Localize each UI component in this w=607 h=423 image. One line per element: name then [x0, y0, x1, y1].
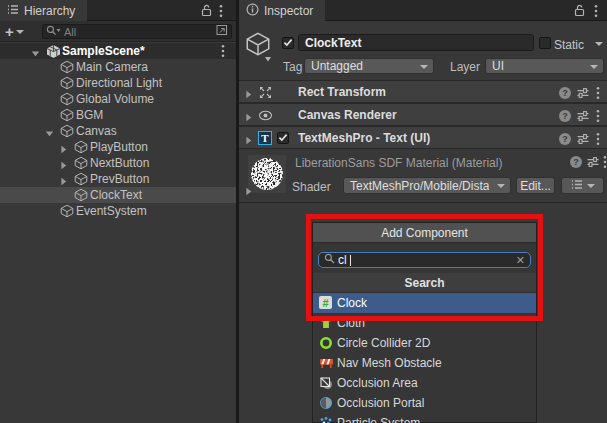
preset-icon[interactable] [586, 155, 600, 169]
component-result-nav-mesh-obstacle[interactable]: Nav Mesh Obstacle [313, 353, 536, 373]
foldout-icon[interactable] [244, 134, 253, 143]
hierarchy-item-playbutton[interactable]: PlayButton [0, 139, 236, 155]
list-icon [571, 179, 583, 193]
svg-text:?: ? [562, 134, 568, 144]
component-result-clock[interactable]: #Clock [313, 293, 536, 313]
item-label: Canvas [76, 124, 117, 138]
component-menu-icon[interactable] [596, 132, 607, 146]
circle-collider-icon [319, 336, 333, 350]
item-label: PlayButton [90, 140, 148, 154]
material-menu-icon[interactable] [603, 155, 607, 169]
gameobject-cube-icon [74, 188, 89, 202]
component-title: Rect Transform [298, 85, 386, 99]
hierarchy-item-bgm[interactable]: BGM [0, 107, 236, 123]
foldout-closed-icon[interactable] [59, 175, 68, 184]
hierarchy-item-eventsystem[interactable]: EventSystem [0, 203, 236, 219]
help-icon[interactable]: ? [558, 132, 572, 146]
hierarchy-toolbar: + All [0, 21, 236, 42]
help-icon[interactable]: ? [569, 155, 583, 169]
preset-icon[interactable] [576, 86, 590, 100]
hierarchy-lock-icon[interactable] [201, 4, 212, 20]
tab-inspector[interactable]: Inspector [239, 0, 325, 21]
item-label: Main Camera [76, 60, 148, 74]
foldout-open-icon[interactable] [45, 127, 54, 136]
layer-value: UI [492, 59, 504, 73]
component-title: Canvas Renderer [298, 108, 397, 122]
clear-search-icon[interactable]: ✕ [516, 254, 525, 267]
component-enabled-checkbox[interactable] [277, 132, 289, 144]
help-icon[interactable]: ? [558, 86, 572, 100]
hierarchy-tab-label: Hierarchy [24, 4, 75, 18]
static-label: Static [554, 38, 584, 52]
component-menu-icon[interactable] [596, 86, 607, 100]
component-result-particle-system[interactable]: Particle System [313, 413, 536, 423]
foldout-icon[interactable] [244, 111, 253, 120]
component-result-circle-collider-2d[interactable]: Circle Collider 2D [313, 333, 536, 353]
hierarchy-item-main-camera[interactable]: Main Camera [0, 59, 236, 75]
shader-dropdown[interactable]: TextMeshPro/Mobile/Dista [343, 177, 511, 194]
foldout-closed-icon[interactable] [59, 143, 68, 152]
result-label: Occlusion Portal [337, 396, 424, 410]
component-rect-transform[interactable]: Rect Transform ? [239, 80, 607, 103]
create-object-button[interactable]: + [5, 22, 24, 41]
hierarchy-search-input[interactable]: All [42, 24, 232, 39]
gameobject-icon-caret[interactable] [264, 52, 272, 66]
foldout-icon[interactable] [244, 88, 253, 97]
hierarchy-item-nextbutton[interactable]: NextButton [0, 155, 236, 171]
occlusion-portal-icon [319, 396, 333, 410]
active-checkbox[interactable] [282, 37, 294, 49]
result-label: Particle System [337, 416, 420, 423]
item-label: Directional Light [76, 76, 162, 90]
add-component-button[interactable]: Add Component [313, 223, 536, 243]
shader-edit-button[interactable]: Edit... [516, 177, 555, 194]
preset-icon[interactable] [576, 132, 590, 146]
window-icon[interactable] [216, 24, 228, 39]
foldout-closed-icon[interactable] [59, 159, 68, 168]
hierarchy-item-clocktext[interactable]: ClockText [0, 187, 236, 203]
static-caret-icon[interactable] [595, 42, 603, 46]
result-label: Occlusion Area [337, 376, 418, 390]
hierarchy-item-samplescene-[interactable]: SampleScene* [0, 43, 236, 59]
layer-dropdown[interactable]: UI [485, 58, 604, 74]
hierarchy-tree: SampleScene*Main CameraDirectional Light… [0, 43, 236, 423]
hierarchy-item-canvas[interactable]: Canvas [0, 123, 236, 139]
search-section-header: Search [313, 273, 536, 293]
component-canvas-renderer[interactable]: Canvas Renderer ? [239, 103, 607, 126]
inspector-menu-icon[interactable] [594, 4, 598, 21]
material-preview[interactable] [248, 155, 286, 196]
static-checkbox[interactable] [539, 37, 551, 49]
gameobject-cube-icon [60, 108, 75, 122]
tag-value: Untagged [311, 59, 363, 73]
component-menu-icon[interactable] [596, 109, 607, 123]
edit-label: Edit... [520, 179, 551, 193]
component-result-occlusion-portal[interactable]: Occlusion Portal [313, 393, 536, 413]
tag-label: Tag [283, 60, 302, 74]
hierarchy-item-prevbutton[interactable]: PrevButton [0, 171, 236, 187]
component-result-cloth[interactable]: Cloth [313, 313, 536, 333]
inspector-lock-icon[interactable] [574, 4, 585, 20]
search-icon [46, 25, 61, 39]
shader-list-dropdown[interactable] [561, 177, 604, 194]
component-search-input[interactable]: cl ✕ [318, 252, 531, 268]
hierarchy-item-global-volume[interactable]: Global Volume [0, 91, 236, 107]
canvas-renderer-icon [258, 108, 273, 123]
material-foldout-icon[interactable] [244, 185, 253, 194]
help-icon[interactable]: ? [558, 109, 572, 123]
layer-label: Layer [450, 60, 480, 74]
hierarchy-item-directional-light[interactable]: Directional Light [0, 75, 236, 91]
text-cursor [350, 255, 351, 266]
check-icon [278, 131, 288, 145]
preset-icon[interactable] [576, 109, 590, 123]
hierarchy-menu-icon[interactable] [219, 4, 223, 21]
material-section: LiberationSans SDF Material (Material) ?… [239, 149, 607, 203]
name-input[interactable]: ClockText [298, 34, 534, 51]
particle-system-icon [319, 416, 333, 423]
component-results-list: #ClockClothCircle Collider 2DNav Mesh Ob… [313, 293, 536, 422]
tag-dropdown[interactable]: Untagged [304, 58, 434, 74]
svg-text:?: ? [562, 88, 568, 98]
tab-hierarchy[interactable]: Hierarchy [0, 0, 87, 21]
component-result-occlusion-area[interactable]: Occlusion Area [313, 373, 536, 393]
inspector-panel: Inspector ClockText Static Tag Untagged [239, 0, 607, 423]
foldout-open-icon[interactable] [31, 47, 40, 56]
component-textmeshpro[interactable]: T TextMeshPro - Text (UI) ? [239, 126, 607, 149]
